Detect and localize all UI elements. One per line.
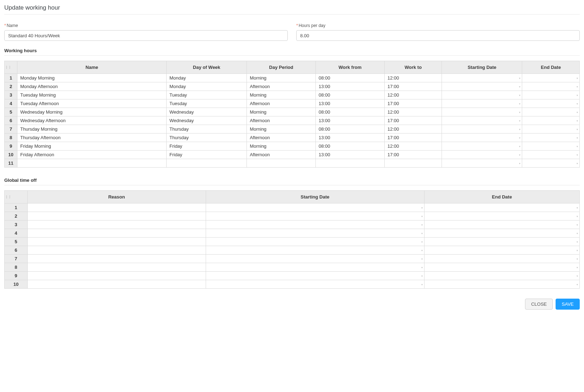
cell-day[interactable]: Monday	[166, 74, 247, 82]
cell-reason[interactable]	[27, 280, 206, 289]
cell-reason[interactable]	[27, 246, 206, 255]
cell-name[interactable]: Friday Afternoon	[17, 151, 167, 159]
cell-end-date[interactable]: ▾	[522, 82, 580, 91]
cell-end-date[interactable]: ▾	[424, 203, 579, 212]
cell-starting-date[interactable]: ▾	[442, 108, 522, 116]
cell-work-from[interactable]: 13:00	[315, 151, 384, 159]
cell-starting-date[interactable]: ▾	[442, 134, 522, 142]
cell-end-date[interactable]: ▾	[522, 134, 580, 142]
cell-day[interactable]: Thursday	[166, 134, 247, 142]
cell-starting-date[interactable]: ▾	[206, 255, 424, 263]
cell-period[interactable]: Morning	[247, 108, 316, 116]
cell-end-date[interactable]: ▾	[522, 142, 580, 151]
cell-starting-date[interactable]: ▾	[206, 272, 424, 280]
cell-name[interactable]: Monday Afternoon	[17, 82, 167, 91]
cell-work-to[interactable]	[384, 159, 442, 168]
cell-end-date[interactable]: ▾	[522, 125, 580, 134]
cell-end-date[interactable]: ▾	[522, 151, 580, 159]
cell-work-to[interactable]: 17:00	[384, 116, 442, 125]
cell-day[interactable]: Tuesday	[166, 99, 247, 108]
table-row[interactable]: 6Wednesday AfternoonWednesdayAfternoon13…	[5, 116, 580, 125]
cell-period[interactable]: Morning	[247, 142, 316, 151]
close-button[interactable]: CLOSE	[525, 299, 553, 310]
cell-end-date[interactable]: ▾	[522, 116, 580, 125]
cell-starting-date[interactable]: ▾	[442, 151, 522, 159]
cell-work-from[interactable]: 08:00	[315, 74, 384, 82]
cell-day[interactable]: Tuesday	[166, 91, 247, 99]
cell-day[interactable]: Wednesday	[166, 108, 247, 116]
table-row[interactable]: 9Friday MorningFridayMorning08:0012:00▾▾	[5, 142, 580, 151]
cell-work-from[interactable]: 13:00	[315, 99, 384, 108]
table-row[interactable]: 8▾▾	[5, 263, 580, 272]
cell-work-from[interactable]: 13:00	[315, 116, 384, 125]
table-row[interactable]: 8Thursday AfternoonThursdayAfternoon13:0…	[5, 134, 580, 142]
cell-end-date[interactable]: ▾	[522, 99, 580, 108]
name-input[interactable]	[4, 30, 288, 41]
cell-period[interactable]	[247, 159, 316, 168]
cell-end-date[interactable]: ▾	[424, 238, 579, 246]
table-row[interactable]: 3Tuesday MorningTuesdayMorning08:0012:00…	[5, 91, 580, 99]
cell-starting-date[interactable]: ▾	[206, 280, 424, 289]
cell-day[interactable]: Thursday	[166, 125, 247, 134]
cell-end-date[interactable]: ▾	[424, 220, 579, 229]
cell-name[interactable]: Tuesday Afternoon	[17, 99, 167, 108]
col-work-from[interactable]: Work from	[315, 61, 384, 74]
table-row[interactable]: 9▾▾	[5, 272, 580, 280]
cell-name[interactable]: Tuesday Morning	[17, 91, 167, 99]
cell-name[interactable]: Wednesday Afternoon	[17, 116, 167, 125]
cell-work-to[interactable]: 17:00	[384, 82, 442, 91]
cell-starting-date[interactable]: ▾	[442, 116, 522, 125]
col-day-period[interactable]: Day Period	[247, 61, 316, 74]
cell-period[interactable]: Afternoon	[247, 134, 316, 142]
table-row[interactable]: 1▾▾	[5, 203, 580, 212]
cell-starting-date[interactable]: ▾	[442, 125, 522, 134]
cell-starting-date[interactable]: ▾	[442, 99, 522, 108]
table-row[interactable]: 5▾▾	[5, 238, 580, 246]
cell-end-date[interactable]: ▾	[424, 263, 579, 272]
cell-period[interactable]: Morning	[247, 74, 316, 82]
cell-name[interactable]: Monday Morning	[17, 74, 167, 82]
table-row[interactable]: 4▾▾	[5, 229, 580, 238]
cell-starting-date[interactable]: ▾	[206, 212, 424, 220]
cell-starting-date[interactable]: ▾	[206, 238, 424, 246]
table-row[interactable]: 7Thursday MorningThursdayMorning08:0012:…	[5, 125, 580, 134]
save-button[interactable]: SAVE	[556, 299, 580, 310]
cell-work-from[interactable]: 08:00	[315, 91, 384, 99]
cell-starting-date[interactable]: ▾	[442, 142, 522, 151]
cell-starting-date[interactable]: ▾	[206, 229, 424, 238]
cell-period[interactable]: Afternoon	[247, 82, 316, 91]
cell-end-date[interactable]: ▾	[522, 91, 580, 99]
cell-reason[interactable]	[27, 229, 206, 238]
cell-reason[interactable]	[27, 263, 206, 272]
cell-name[interactable]: Thursday Afternoon	[17, 134, 167, 142]
cell-end-date[interactable]: ▾	[424, 272, 579, 280]
cell-day[interactable]: Wednesday	[166, 116, 247, 125]
col-starting-date[interactable]: Starting Date	[206, 191, 424, 203]
cell-work-from[interactable]: 08:00	[315, 125, 384, 134]
cell-work-to[interactable]: 12:00	[384, 125, 442, 134]
col-name[interactable]: Name	[17, 61, 167, 74]
table-row[interactable]: 1Monday MorningMondayMorning08:0012:00▾▾	[5, 74, 580, 82]
cell-work-to[interactable]: 12:00	[384, 108, 442, 116]
cell-work-from[interactable]: 08:00	[315, 142, 384, 151]
col-work-to[interactable]: Work to	[384, 61, 442, 74]
cell-end-date[interactable]: ▾	[424, 246, 579, 255]
cell-reason[interactable]	[27, 203, 206, 212]
cell-starting-date[interactable]: ▾	[442, 82, 522, 91]
cell-day[interactable]	[166, 159, 247, 168]
table-row[interactable]: 10Friday AfternoonFridayAfternoon13:0017…	[5, 151, 580, 159]
cell-reason[interactable]	[27, 212, 206, 220]
cell-day[interactable]: Monday	[166, 82, 247, 91]
table-row[interactable]: 3▾▾	[5, 220, 580, 229]
cell-work-from[interactable]	[315, 159, 384, 168]
cell-end-date[interactable]: ▾	[522, 159, 580, 168]
cell-end-date[interactable]: ▾	[522, 74, 580, 82]
cell-work-to[interactable]: 17:00	[384, 134, 442, 142]
cell-end-date[interactable]: ▾	[522, 108, 580, 116]
table-row[interactable]: 10▾▾	[5, 280, 580, 289]
cell-day[interactable]: Friday	[166, 142, 247, 151]
table-row[interactable]: 7▾▾	[5, 255, 580, 263]
col-end-date[interactable]: End Date	[522, 61, 580, 74]
cell-starting-date[interactable]: ▾	[206, 203, 424, 212]
cell-starting-date[interactable]: ▾	[442, 91, 522, 99]
